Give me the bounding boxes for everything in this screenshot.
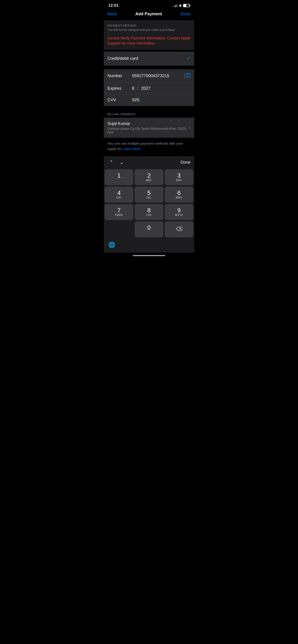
number-value: 5591770004373215 [132, 74, 184, 78]
numpad-key-0[interactable]: 0 [135, 222, 163, 238]
expires-slash: / [137, 86, 138, 91]
back-button[interactable]: Back [107, 11, 117, 18]
payment-method-section: PAYMENT METHOD You will not be charged u… [104, 20, 194, 33]
keyboard-bottom: 🌐 [104, 240, 194, 253]
numpad-key-2[interactable]: 2 ABC [135, 169, 163, 185]
status-bar: 12:01 ⊛ [104, 0, 194, 10]
cvv-value: 925 [132, 98, 191, 102]
info-text-main: You can use multiple payment methods wit… [107, 142, 183, 151]
payment-type-row[interactable]: Credit/debit card ✓ [104, 52, 194, 66]
billing-address-row[interactable]: Sujal Kumar Gulshan phase Gg Ffp Tando M… [104, 118, 194, 138]
wifi-icon: ⊛ [179, 4, 182, 8]
billing-section: BILLING ADDRESS Sujal Kumar Gulshan phas… [104, 111, 194, 138]
number-label: Number [107, 74, 128, 78]
expires-label: Expires [107, 86, 128, 91]
cvv-label: CVV [107, 98, 128, 102]
numpad-key-5[interactable]: 5 JKL [135, 186, 163, 202]
billing-address: Gulshan phase Gg Ffp Tando Muhammad Khan… [107, 127, 189, 134]
numpad-key-7[interactable]: 7 PQRS [105, 204, 133, 220]
payment-method-subtitle: You will not be charged until you make a… [107, 28, 191, 32]
home-indicator [104, 253, 194, 260]
delete-icon [176, 226, 182, 232]
toolbar-arrows: ⌃ ⌄ [107, 158, 126, 166]
numpad-delete-key[interactable] [165, 222, 193, 238]
page-title: Add Payment [135, 12, 162, 16]
learn-more-link[interactable]: Learn More [123, 147, 141, 151]
status-time: 12:01 [108, 3, 118, 8]
info-text: You can use multiple payment methods wit… [104, 138, 194, 154]
numpad-key-4[interactable]: 4 GHI [105, 186, 133, 202]
svg-point-1 [187, 74, 189, 76]
numpad-row-3: 7 PQRS 8 TUV 9 WXYZ [105, 204, 193, 220]
toolbar-up-arrow[interactable]: ⌃ [107, 158, 115, 166]
expires-row[interactable]: Expires 8 / 2027 [104, 83, 194, 94]
expires-month: 8 [132, 86, 134, 91]
numpad-row-2: 4 GHI 5 JKL 6 MNO [105, 186, 193, 202]
globe-button[interactable]: 🌐 [108, 242, 115, 248]
expires-year: 2027 [141, 86, 150, 91]
cvv-row[interactable]: CVV 925 [104, 94, 194, 106]
battery-icon [183, 4, 190, 7]
numpad: 1 2 ABC 3 DEF 4 GHI 5 JKL 6 MNO 7 PQRS [104, 168, 194, 240]
numpad-row-1: 1 2 ABC 3 DEF [105, 169, 193, 185]
numpad-key-1[interactable]: 1 [105, 169, 133, 185]
camera-icon[interactable] [184, 73, 191, 79]
home-bar [133, 255, 165, 256]
numpad-key-6[interactable]: 6 MNO [165, 186, 193, 202]
globe-icon: 🌐 [108, 242, 115, 248]
payment-type-label: Credit/debit card [107, 56, 138, 61]
chevron-right-icon: › [189, 126, 191, 130]
billing-info: Sujal Kumar Gulshan phase Gg Ffp Tando M… [107, 121, 189, 134]
checkmark-icon: ✓ [186, 56, 191, 62]
keyboard-done-button[interactable]: Done [181, 160, 191, 165]
billing-header: BILLING ADDRESS [104, 111, 194, 118]
expires-value: 8 / 2027 [132, 86, 150, 91]
error-message: Cannot Verify Payment Information. Conta… [104, 33, 194, 50]
numpad-key-empty [105, 222, 133, 238]
signal-icon [172, 4, 178, 7]
card-form: Number 5591770004373215 Expires 8 / 2027… [104, 69, 194, 106]
nav-bar: Back Add Payment Done [104, 10, 194, 20]
svg-point-2 [189, 74, 190, 75]
card-number-row[interactable]: Number 5591770004373215 [104, 70, 194, 83]
numpad-key-9[interactable]: 9 WXYZ [165, 204, 193, 220]
numpad-row-4: 0 [105, 222, 193, 238]
payment-method-title: PAYMENT METHOD [107, 24, 191, 27]
status-icons: ⊛ [172, 4, 190, 8]
toolbar-down-arrow[interactable]: ⌄ [118, 158, 126, 166]
billing-name: Sujal Kumar [107, 121, 189, 126]
keyboard-toolbar: ⌃ ⌄ Done [104, 156, 194, 168]
numpad-key-8[interactable]: 8 TUV [135, 204, 163, 220]
numpad-key-3[interactable]: 3 DEF [165, 169, 193, 185]
done-nav-button[interactable]: Done [181, 11, 191, 18]
